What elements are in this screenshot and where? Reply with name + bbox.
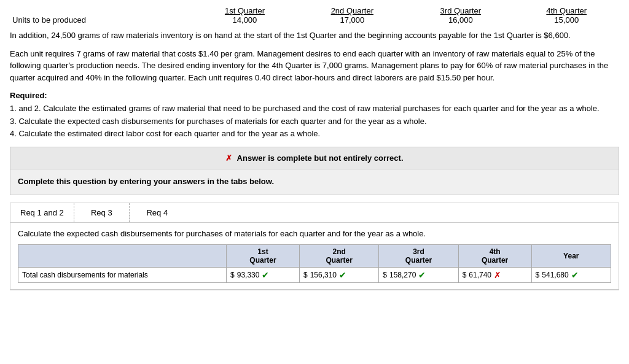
q2-cell: $ 156,310 ✔ <box>299 268 378 283</box>
units-q4: 15,000 <box>514 15 619 25</box>
units-table: 1st Quarter 2nd Quarter 3rd Quarter 4th … <box>10 6 619 25</box>
q1-header: 1st Quarter <box>193 6 297 15</box>
q2-dollar: $ <box>303 271 308 279</box>
table-row: Total cash disbursements for materials $… <box>18 268 611 283</box>
q1-dollar: $ <box>230 271 235 279</box>
required-item3: 4. Calculate the estimated direct labor … <box>10 128 619 141</box>
q1-check-icon: ✔ <box>262 270 269 280</box>
units-q3: 16,000 <box>407 15 514 25</box>
year-check-icon: ✔ <box>571 270 579 280</box>
required-item2: 3. Calculate the expected cash disbursem… <box>10 115 619 128</box>
q2-check-icon: ✔ <box>339 270 346 280</box>
tabs-container: Req 1 and 2 Req 3 Req 4 Calculate the ex… <box>10 203 619 290</box>
q3-header: 3rd Quarter <box>407 6 514 15</box>
col-header-q4: 4thQuarter <box>458 245 531 268</box>
q3-cell: $ 158,270 ✔ <box>379 268 458 283</box>
paragraph1: In addition, 24,500 grams of raw materia… <box>10 29 619 42</box>
col-header-year: Year <box>531 245 611 268</box>
year-cell: $ 541,680 ✔ <box>531 268 611 283</box>
complete-text: Complete this question by entering your … <box>18 177 274 186</box>
tab-req4[interactable]: Req 4 <box>130 203 185 222</box>
complete-block: Complete this question by entering your … <box>10 169 619 195</box>
tab-req1and2[interactable]: Req 1 and 2 <box>10 203 74 222</box>
year-dollar: $ <box>536 271 540 279</box>
units-q1: 14,000 <box>193 15 297 25</box>
q4-value: 61,740 <box>469 271 491 279</box>
answer-banner-text: Answer is complete but not entirely corr… <box>237 153 404 163</box>
tab-req3[interactable]: Req 3 <box>74 203 130 222</box>
q1-cell: $ 93,330 ✔ <box>227 268 300 283</box>
q4-x-icon: ✗ <box>494 270 501 280</box>
answer-banner: ✗ Answer is complete but not entirely co… <box>10 147 619 169</box>
disbursements-table: 1stQuarter 2ndQuarter 3rdQuarter 4thQuar… <box>18 244 611 283</box>
q3-value: 158,270 <box>389 271 416 279</box>
tab-content-desc: Calculate the expected cash disbursement… <box>18 229 611 238</box>
q1-value: 93,330 <box>237 271 260 279</box>
row-label: Total cash disbursements for materials <box>18 268 227 283</box>
tab-content: Calculate the expected cash disbursement… <box>10 223 619 290</box>
tabs-row: Req 1 and 2 Req 3 Req 4 <box>10 203 619 223</box>
required-block: Required: 1. and 2. Calculate the estima… <box>10 90 619 141</box>
q3-dollar: $ <box>383 271 387 279</box>
units-q2: 17,000 <box>297 15 407 25</box>
paragraph2: Each unit requires 7 grams of raw materi… <box>10 48 619 84</box>
q4-header: 4th Quarter <box>514 6 619 15</box>
required-item1: 1. and 2. Calculate the estimated grams … <box>10 103 619 115</box>
year-value: 541,680 <box>542 271 568 279</box>
q4-cell: $ 61,740 ✗ <box>458 268 531 283</box>
required-title: Required: <box>10 90 619 103</box>
units-label: Units to be produced <box>10 15 193 25</box>
col-header-q2: 2ndQuarter <box>299 245 378 268</box>
col-header-label <box>18 245 227 268</box>
col-header-q3: 3rdQuarter <box>379 245 458 268</box>
q3-check-icon: ✔ <box>418 270 426 280</box>
q4-dollar: $ <box>463 271 467 279</box>
col-header-q1: 1stQuarter <box>227 245 300 268</box>
q2-header: 2nd Quarter <box>297 6 407 15</box>
q2-value: 156,310 <box>310 271 337 279</box>
x-circle-icon: ✗ <box>225 153 232 163</box>
